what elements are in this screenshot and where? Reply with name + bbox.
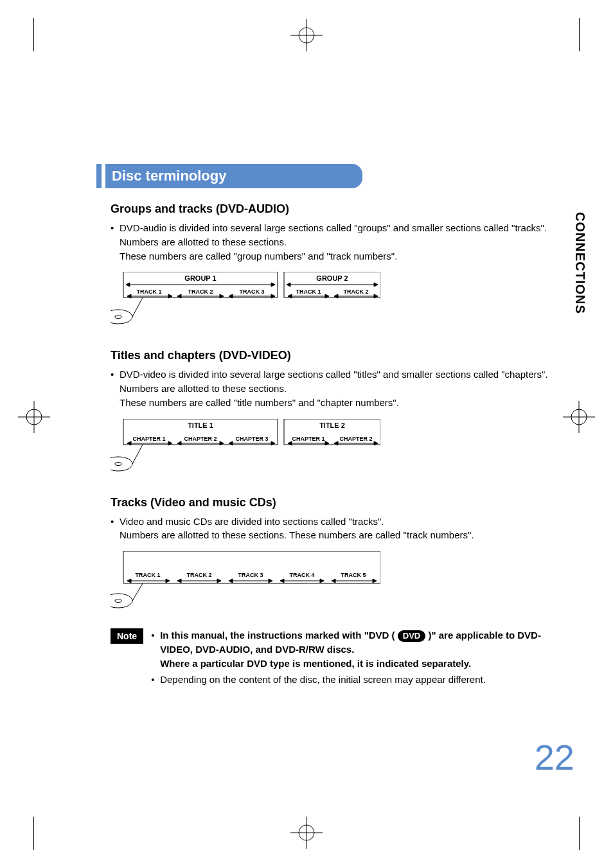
note-line2: Where a particular DVD type is mentioned… (160, 658, 471, 669)
svg-point-43 (115, 315, 121, 319)
svg-marker-80 (166, 579, 170, 583)
svg-marker-91 (332, 579, 335, 583)
subheading-titles-chapters: Titles and chapters (DVD-VIDEO) (111, 349, 559, 362)
trim-mark (33, 18, 34, 51)
svg-text:TITLE 2: TITLE 2 (319, 421, 345, 429)
registration-mark-right (556, 394, 601, 439)
trim-mark (579, 817, 580, 850)
svg-text:CHAPTER 1: CHAPTER 1 (132, 436, 165, 442)
body-text: • DVD-audio is divided into several larg… (111, 221, 559, 263)
trim-mark (33, 817, 34, 850)
svg-text:CHAPTER 2: CHAPTER 2 (184, 436, 217, 442)
side-tab-label: CONNECTIONS (573, 212, 587, 314)
svg-text:TRACK 1: TRACK 1 (296, 288, 321, 295)
note-block: Note • In this manual, the instructions … (111, 628, 559, 687)
svg-text:TRACK 2: TRACK 2 (186, 572, 211, 578)
subheading-tracks-cds: Tracks (Video and music CDs) (111, 496, 559, 509)
svg-text:TRACK 1: TRACK 1 (135, 572, 160, 578)
svg-text:GROUP 2: GROUP 2 (316, 274, 348, 282)
svg-text:TRACK 3: TRACK 3 (239, 288, 264, 295)
svg-point-70 (115, 462, 121, 465)
note-badge: Note (111, 628, 143, 644)
subheading-groups-tracks: Groups and tracks (DVD-AUDIO) (111, 202, 559, 216)
svg-marker-26 (374, 283, 378, 287)
svg-marker-83 (217, 579, 221, 583)
registration-mark-bottom (284, 810, 329, 855)
section-title-bar: Disc terminology (96, 164, 559, 188)
body-text: • Video and music CDs are divided into s… (111, 515, 559, 543)
svg-marker-89 (320, 579, 324, 583)
registration-mark-top (284, 13, 329, 58)
page-number: 22 (535, 736, 574, 778)
svg-rect-72 (123, 551, 380, 583)
svg-marker-25 (287, 283, 290, 287)
svg-marker-88 (280, 579, 284, 583)
section-title: Disc terminology (105, 164, 362, 188)
svg-marker-82 (177, 579, 181, 583)
registration-mark-left (12, 394, 57, 439)
svg-text:TRACK 2: TRACK 2 (188, 288, 213, 295)
svg-line-95 (132, 583, 143, 601)
svg-text:TITLE 1: TITLE 1 (188, 421, 213, 429)
svg-text:TRACK 2: TRACK 2 (343, 288, 368, 295)
svg-line-71 (132, 445, 143, 464)
svg-marker-23 (271, 283, 275, 287)
svg-text:TRACK 3: TRACK 3 (238, 572, 263, 578)
note-line1-pre: In this manual, the instructions marked … (160, 630, 395, 641)
svg-text:CHAPTER 2: CHAPTER 2 (339, 436, 372, 442)
svg-text:GROUP 1: GROUP 1 (184, 274, 216, 282)
svg-line-44 (132, 297, 143, 317)
dvd-pill-icon: DVD (398, 630, 425, 642)
svg-text:TRACK 4: TRACK 4 (289, 572, 314, 578)
svg-point-94 (115, 599, 121, 603)
svg-marker-85 (229, 579, 233, 583)
svg-text:TRACK 5: TRACK 5 (341, 572, 366, 578)
svg-marker-86 (269, 579, 272, 583)
trim-mark (579, 18, 580, 51)
svg-text:CHAPTER 3: CHAPTER 3 (235, 436, 268, 442)
svg-marker-79 (127, 579, 131, 583)
note-line3: Depending on the content of the disc, th… (160, 673, 559, 687)
titles-chapters-diagram: TITLE 1 TITLE 2 CHAPTER 1 CHAPTER 2 CHAP… (111, 419, 380, 477)
body-text: • DVD-video is divided into several larg… (111, 368, 559, 409)
svg-marker-22 (126, 283, 130, 287)
svg-text:TRACK 1: TRACK 1 (136, 288, 161, 295)
groups-tracks-diagram: GROUP 1 GROUP 2 TRACK 1 TRACK 2 TRACK 3 … (111, 272, 380, 330)
tracks-cd-diagram: TRACK 1 TRACK 2 TRACK 3 TRACK 4 TRACK 5 (111, 551, 380, 609)
svg-marker-92 (373, 579, 377, 583)
svg-text:CHAPTER 1: CHAPTER 1 (292, 436, 324, 442)
